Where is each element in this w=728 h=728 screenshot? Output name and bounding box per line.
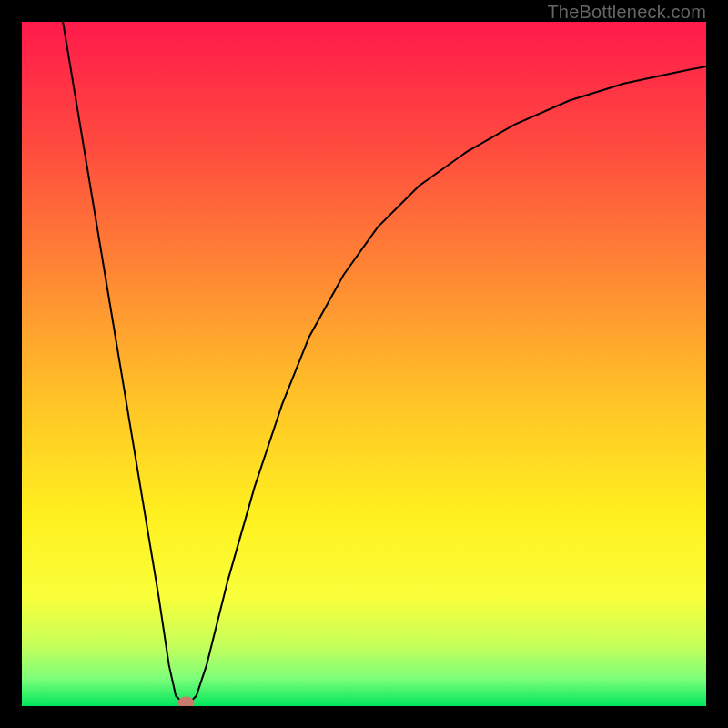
chart-frame — [22, 22, 706, 706]
chart-svg — [22, 22, 706, 706]
watermark-text: TheBottleneck.com — [547, 2, 706, 23]
chart-background — [22, 22, 706, 706]
